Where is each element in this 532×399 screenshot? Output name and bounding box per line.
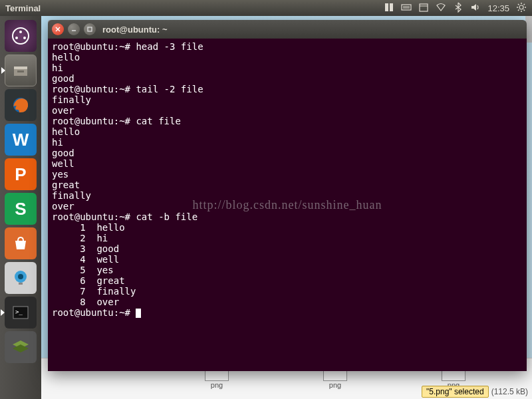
svg-rect-2 [402,5,411,10]
launcher-workspace[interactable] [5,331,37,363]
launcher-firefox[interactable] [5,89,37,121]
terminal-line: root@ubuntu:~# head -3 file [52,41,523,52]
launcher-webcam[interactable] [5,262,37,294]
terminal-line: root@ubuntu:~# cat file [52,116,523,126]
calendar-icon[interactable] [418,2,429,15]
svg-line-14 [518,9,519,11]
terminal-line: hi [52,137,523,148]
svg-point-7 [519,5,523,9]
terminal-line: 5 yes [52,265,523,275]
terminal-line: hello [52,126,523,137]
top-menubar: Terminal 12:35 [0,0,532,16]
terminal-line: finally [52,94,523,105]
svg-text:>_: >_ [15,309,23,315]
terminal-line: root@ubuntu:~# cat -b file [52,211,523,222]
svg-point-19 [23,37,26,39]
terminal-line: well [52,158,523,169]
svg-rect-1 [390,3,393,11]
window-titlebar[interactable]: root@ubuntu: ~ [48,20,527,39]
terminal-line: 8 over [52,297,523,307]
terminal-line: 1 hello [52,222,523,233]
indicator-icon[interactable] [384,2,394,15]
launcher-store[interactable] [5,227,37,259]
unity-launcher: W P S >_ [0,16,41,399]
terminal-line: 2 hi [52,233,523,243]
bluetooth-icon[interactable] [453,2,464,15]
terminal-line: good [52,73,523,84]
svg-rect-22 [17,70,24,72]
launcher-files[interactable] [5,55,37,86]
terminal-line: hi [52,63,523,73]
system-tray: 12:35 [384,2,527,15]
svg-point-17 [19,31,22,33]
window-title: root@ubuntu: ~ [102,25,168,35]
svg-point-16 [13,28,29,44]
svg-rect-0 [385,3,388,11]
launcher-writer[interactable]: W [5,124,37,156]
launcher-impress[interactable]: P [5,158,37,190]
terminal-line: 4 well [52,254,523,265]
terminal-prompt: root@ubuntu:~# [52,307,523,318]
selection-badge: "5.png" selected [422,386,489,398]
terminal-line: good [52,148,523,158]
terminal-line: over [52,105,523,116]
svg-line-15 [524,4,525,5]
svg-rect-26 [19,283,23,285]
gear-icon[interactable] [516,2,527,15]
terminal-line: yes [52,169,523,180]
terminal-line: hello [52,52,523,63]
close-button[interactable] [52,23,64,35]
svg-line-12 [518,4,519,5]
network-icon[interactable] [436,2,446,15]
terminal-window: root@ubuntu: ~ root@ubuntu:~# head -3 fi… [48,20,527,371]
terminal-line: great [52,180,523,190]
launcher-dash[interactable] [5,20,37,52]
cursor [136,309,141,318]
terminal-line: 3 good [52,243,523,254]
minimize-button[interactable] [68,23,80,35]
terminal-line: 7 finally [52,286,523,297]
terminal-line: finally [52,190,523,201]
svg-point-25 [18,274,23,279]
app-title: Terminal [5,3,41,13]
svg-point-18 [15,37,18,39]
selection-size: (112.5 kB) [491,387,528,396]
svg-rect-34 [88,27,92,31]
file-status: "5.png" selected (112.5 kB) [422,386,528,398]
launcher-terminal[interactable]: >_ [5,297,37,329]
svg-line-13 [524,9,525,11]
clock[interactable]: 12:35 [487,3,509,13]
terminal-line: root@ubuntu:~# tail -2 file [52,84,523,94]
svg-rect-5 [420,4,428,11]
svg-rect-20 [14,66,27,69]
maximize-button[interactable] [84,23,96,35]
keyboard-icon[interactable] [401,2,412,15]
volume-icon[interactable] [470,2,481,15]
launcher-calc[interactable]: S [5,193,37,225]
terminal-line: 6 great [52,275,523,286]
terminal-body[interactable]: root@ubuntu:~# head -3 filehellohigoodro… [48,39,527,371]
terminal-line: over [52,201,523,211]
